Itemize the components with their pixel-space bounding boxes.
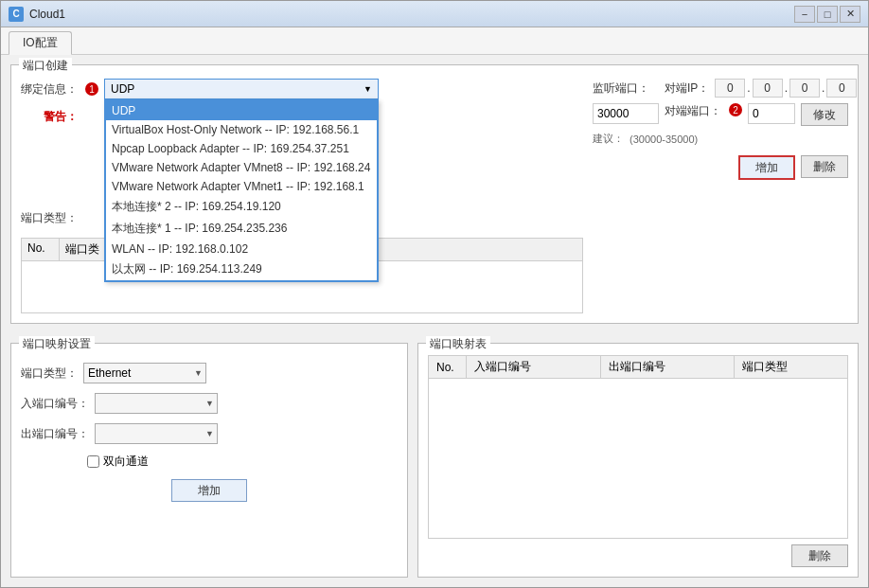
port-mapping-table-title: 端口映射表 [426, 336, 490, 352]
dropdown-item-local1[interactable]: 本地连接* 1 -- IP: 169.254.235.236 [106, 218, 377, 240]
hint-value: (30000-35000) [630, 134, 698, 145]
binding-dropdown-container: UDP ▼ UDP VirtualBox Host-Only Network -… [104, 79, 379, 99]
dropdown-arrow-icon: ▼ [364, 84, 372, 94]
binding-dropdown[interactable]: UDP ▼ [104, 79, 379, 99]
tab-io-config[interactable]: IO配置 [9, 31, 72, 55]
hint-label: 建议： [593, 132, 624, 146]
port-mapping-settings-title: 端口映射设置 [19, 336, 95, 352]
peer-port-input[interactable] [748, 103, 795, 124]
out-port-label: 出端口编号： [21, 426, 89, 442]
badge-1: 1 [85, 82, 98, 96]
mapping-table-body [429, 379, 848, 539]
ip-dot-2: . [785, 81, 788, 95]
listen-port-label: 监听端口： [593, 80, 649, 97]
warning-label: 警告： [21, 109, 78, 125]
ip-dot-3: . [822, 81, 825, 95]
add-port-button[interactable]: 增加 [738, 155, 795, 180]
modify-button[interactable]: 修改 [801, 103, 848, 126]
title-bar: C Cloud1 − □ ✕ [1, 1, 868, 27]
in-port-label: 入端口编号： [21, 396, 89, 412]
mapping-delete-row: 删除 [428, 544, 848, 567]
maximize-button[interactable]: □ [817, 6, 838, 23]
window-controls: − □ ✕ [794, 6, 860, 23]
col-port-type-mapping: 端口类型 [735, 356, 848, 379]
binding-label: 绑定信息： [21, 81, 78, 98]
in-port-row: 入端口编号： [21, 393, 398, 414]
binding-dropdown-list: UDP VirtualBox Host-Only Network -- IP: … [104, 99, 379, 282]
col-no: No. [22, 239, 60, 260]
delete-port-button[interactable]: 删除 [801, 155, 848, 178]
in-port-wrapper [95, 393, 218, 414]
content-area: 端口创建 绑定信息： 1 UDP ▼ [1, 55, 868, 587]
badge2-container: 2 [727, 103, 742, 116]
tab-bar: IO配置 [1, 27, 868, 55]
port-mapping-table: No. 入端口编号 出端口编号 端口类型 [428, 355, 848, 539]
dropdown-item-ethernet[interactable]: 以太网 -- IP: 169.254.113.249 [106, 258, 377, 280]
dropdown-item-udp[interactable]: UDP [106, 101, 377, 120]
dropdown-item-vmnet1[interactable]: VMware Network Adapter VMnet1 -- IP: 192… [106, 177, 377, 196]
port-mapping-table-section: 端口映射表 No. 入端口编号 出端口编号 端口类型 [417, 343, 859, 578]
badge-2: 2 [729, 103, 742, 116]
mapping-port-type-select[interactable]: Ethernet [83, 363, 206, 383]
hint-row: 建议： (30000-35000) [593, 132, 848, 146]
out-port-select[interactable] [95, 423, 218, 444]
ip-part-3[interactable] [789, 79, 820, 98]
col-no-mapping: No. [429, 356, 467, 379]
listen-port-input[interactable] [593, 103, 659, 124]
dropdown-item-vbox[interactable]: VirtualBox Host-Only Network -- IP: 192.… [106, 120, 377, 139]
ip-dot-1: . [747, 81, 750, 95]
port-type-label-upper: 端口类型： [21, 210, 78, 226]
dropdown-item-vmnet8[interactable]: VMware Network Adapter VMnet8 -- IP: 192… [106, 158, 377, 177]
mapping-table-head: No. 入端口编号 出端口编号 端口类型 [429, 356, 848, 379]
listen-port-row: 监听端口： 对端IP： . . . [593, 79, 848, 98]
mapping-port-type-label: 端口类型： [21, 365, 78, 382]
minimize-button[interactable]: − [794, 6, 815, 23]
close-button[interactable]: ✕ [840, 6, 860, 23]
in-port-select[interactable] [95, 393, 218, 414]
port-creation-section: 端口创建 绑定信息： 1 UDP ▼ [10, 64, 859, 324]
add-delete-row: 增加 删除 [593, 155, 848, 180]
ip-part-2[interactable] [753, 79, 783, 98]
main-window: C Cloud1 − □ ✕ IO配置 端口创建 绑定信息： 1 [0, 0, 869, 588]
peer-ip-label: 对端IP： [665, 80, 709, 97]
bidirectional-row: 双向通道 [87, 454, 398, 470]
ip-part-1[interactable] [715, 79, 745, 98]
right-panel: 监听端口： 对端IP： . . . [583, 79, 848, 313]
out-port-wrapper [95, 423, 218, 444]
port-creation-title: 端口创建 [19, 58, 72, 74]
col-in-port: 入端口编号 [467, 356, 601, 379]
out-port-row: 出端口编号： [21, 423, 398, 444]
app-icon: C [9, 7, 24, 22]
bidirectional-checkbox[interactable] [87, 455, 99, 468]
mapping-add-row: 增加 [21, 479, 398, 502]
bidirectional-label: 双向通道 [103, 454, 149, 470]
lower-section: 端口映射设置 端口类型： Ethernet 入端口编号： [10, 343, 859, 578]
port-mapping-settings-section: 端口映射设置 端口类型： Ethernet 入端口编号： [10, 343, 408, 578]
port-mapping-form: 端口类型： Ethernet 入端口编号： [21, 351, 398, 502]
binding-selected-value: UDP [111, 82, 364, 96]
peer-ip-inputs: . . . [715, 79, 857, 98]
mapping-add-button[interactable]: 增加 [171, 479, 247, 502]
mapping-table-header-row: No. 入端口编号 出端口编号 端口类型 [429, 356, 848, 379]
listen-port-value-row: 对端端口： 2 修改 [593, 103, 848, 126]
dropdown-item-npcap[interactable]: Npcap Loopback Adapter -- IP: 169.254.37… [106, 139, 377, 158]
col-out-port: 出端口编号 [600, 356, 735, 379]
mapping-port-type-row: 端口类型： Ethernet [21, 363, 398, 383]
mapping-delete-button[interactable]: 删除 [791, 544, 848, 567]
ip-part-4[interactable] [826, 79, 857, 98]
dropdown-item-local2[interactable]: 本地连接* 2 -- IP: 169.254.19.120 [106, 196, 377, 218]
dropdown-item-wlan[interactable]: WLAN -- IP: 192.168.0.102 [106, 240, 377, 258]
mapping-port-type-wrapper: Ethernet [83, 363, 206, 383]
table-row-empty [429, 379, 848, 539]
binding-row: 绑定信息： 1 UDP ▼ UDP VirtualBox Host-Only [21, 79, 583, 99]
window-title: Cloud1 [29, 8, 794, 21]
peer-port-label: 对端端口： [665, 103, 721, 119]
